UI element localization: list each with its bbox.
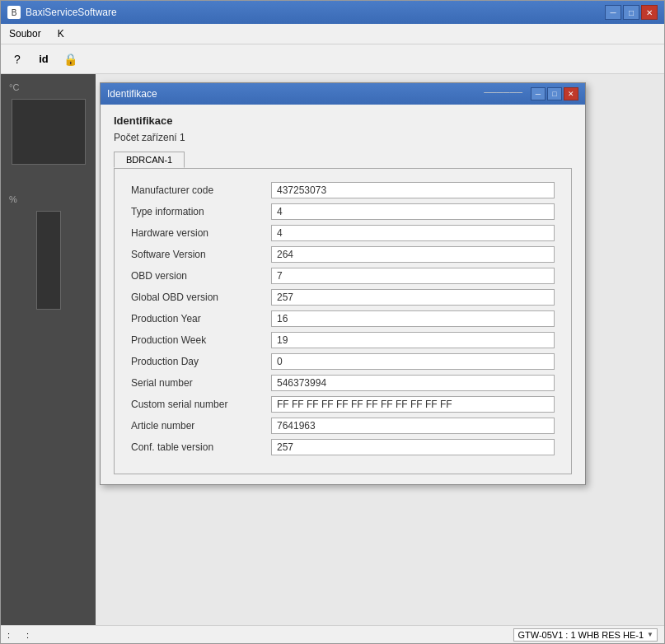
device-count-label: Počet zařízení — [114, 132, 177, 143]
table-row: Manufacturer code437253073 — [131, 182, 555, 198]
table-row: Production Day0 — [131, 353, 555, 370]
menu-bar: Soubor K — [1, 24, 664, 44]
field-value-5: 257 — [271, 289, 555, 306]
dialog-titlebar: Identifikace ────── ─ □ ✕ — [101, 83, 585, 105]
main-content: °C % Identifikace ────── ─ □ ✕ — [1, 74, 664, 625]
help-icon: ? — [14, 53, 21, 66]
status-right-label: GTW-05V1 : 1 WHB RES HE-1 — [517, 630, 644, 640]
percent-label: % — [5, 194, 17, 204]
device-count-value: 1 — [180, 132, 185, 143]
toolbar-help-button[interactable]: ? — [6, 49, 29, 70]
field-value-0: 437253073 — [271, 182, 555, 198]
dropdown-arrow-icon: ▼ — [647, 631, 653, 638]
dialog-window: Identifikace ────── ─ □ ✕ Identifikace P… — [100, 82, 586, 485]
field-label-4: OBD version — [131, 270, 271, 282]
dialog-title: Identifikace — [107, 88, 157, 100]
close-button[interactable]: ✕ — [641, 5, 658, 20]
field-label-2: Hardware version — [131, 227, 271, 239]
app-icon: B — [7, 6, 21, 19]
menu-item-k[interactable]: K — [49, 26, 73, 42]
app-titlebar: B BaxiServiceSoftware ─ □ ✕ — [1, 1, 664, 24]
field-value-6: 16 — [271, 310, 555, 327]
temperature-gauge — [12, 99, 86, 165]
field-label-0: Manufacturer code — [131, 184, 271, 196]
field-value-4: 7 — [271, 268, 555, 284]
table-row: Production Year16 — [131, 310, 555, 327]
field-label-1: Type information — [131, 206, 271, 217]
field-label-7: Production Week — [131, 334, 271, 346]
table-row: Software Version264 — [131, 246, 555, 263]
dialog-section-title: Identifikace — [114, 114, 572, 127]
id-icon: id — [39, 53, 49, 65]
toolbar: ? id 🔒 — [1, 44, 664, 74]
field-value-10: FF FF FF FF FF FF FF FF FF FF FF FF — [271, 396, 555, 413]
progress-bar — [36, 211, 61, 310]
field-label-6: Production Year — [131, 313, 271, 324]
inner-tab-bdrcan1[interactable]: BDRCAN-1 — [114, 152, 185, 168]
dialog-controls: ────── ─ □ ✕ — [484, 87, 578, 100]
field-label-3: Software Version — [131, 249, 271, 260]
table-row: Serial number546373994 — [131, 375, 555, 391]
field-label-8: Production Day — [131, 356, 271, 367]
field-value-8: 0 — [271, 353, 555, 370]
table-row: Article number7641963 — [131, 418, 555, 434]
field-value-3: 264 — [271, 246, 555, 263]
field-label-11: Article number — [131, 420, 271, 432]
field-value-7: 19 — [271, 332, 555, 348]
dialog-maximize-button[interactable]: □ — [547, 87, 562, 100]
app-title: BaxiServiceSoftware — [26, 7, 117, 18]
field-label-5: Global OBD version — [131, 292, 271, 303]
inner-tabs: BDRCAN-1 — [114, 152, 572, 168]
minimize-button[interactable]: ─ — [605, 5, 621, 20]
status-bar: : : GTW-05V1 : 1 WHB RES HE-1 ▼ — [1, 625, 664, 643]
dialog-tab2[interactable]: ────── — [484, 87, 522, 100]
field-value-11: 7641963 — [271, 418, 555, 434]
field-value-1: 4 — [271, 203, 555, 220]
table-row: Production Week19 — [131, 332, 555, 348]
menu-item-soubor[interactable]: Soubor — [1, 26, 49, 42]
celsius-label: °C — [5, 82, 19, 92]
left-sidebar: °C % — [1, 74, 96, 625]
right-area: Identifikace ────── ─ □ ✕ Identifikace P… — [96, 74, 664, 625]
field-label-10: Custom serial number — [131, 399, 271, 410]
toolbar-lock-button[interactable]: 🔒 — [59, 49, 82, 70]
status-dropdown[interactable]: GTW-05V1 : 1 WHB RES HE-1 ▼ — [513, 628, 658, 642]
field-value-9: 546373994 — [271, 375, 555, 391]
table-row: OBD version7 — [131, 268, 555, 284]
field-value-12: 257 — [271, 439, 555, 455]
app-window: B BaxiServiceSoftware ─ □ ✕ Soubor K ? i… — [0, 0, 665, 644]
window-controls: ─ □ ✕ — [605, 5, 658, 20]
table-row: Conf. table version257 — [131, 439, 555, 455]
table-row: Type information4 — [131, 203, 555, 220]
status-left: : : — [7, 630, 29, 640]
status-left2: : — [26, 630, 29, 640]
field-label-9: Serial number — [131, 377, 271, 389]
device-count: Počet zařízení 1 — [114, 132, 572, 143]
titlebar-left: B BaxiServiceSoftware — [7, 6, 117, 19]
status-right: GTW-05V1 : 1 WHB RES HE-1 ▼ — [513, 628, 658, 642]
dialog-close-button[interactable]: ✕ — [564, 87, 578, 100]
maximize-button[interactable]: □ — [623, 5, 639, 20]
lock-icon: 🔒 — [63, 53, 77, 66]
dialog-body: Identifikace Počet zařízení 1 BDRCAN-1 M… — [101, 105, 585, 484]
table-row: Custom serial numberFF FF FF FF FF FF FF… — [131, 396, 555, 413]
data-panel: Manufacturer code437253073Type informati… — [114, 168, 572, 474]
status-left1: : — [7, 630, 10, 640]
table-row: Hardware version4 — [131, 225, 555, 241]
dialog-minimize-button[interactable]: ─ — [531, 87, 546, 100]
table-row: Global OBD version257 — [131, 289, 555, 306]
field-value-2: 4 — [271, 225, 555, 241]
toolbar-id-button[interactable]: id — [32, 49, 55, 70]
field-label-12: Conf. table version — [131, 441, 271, 453]
